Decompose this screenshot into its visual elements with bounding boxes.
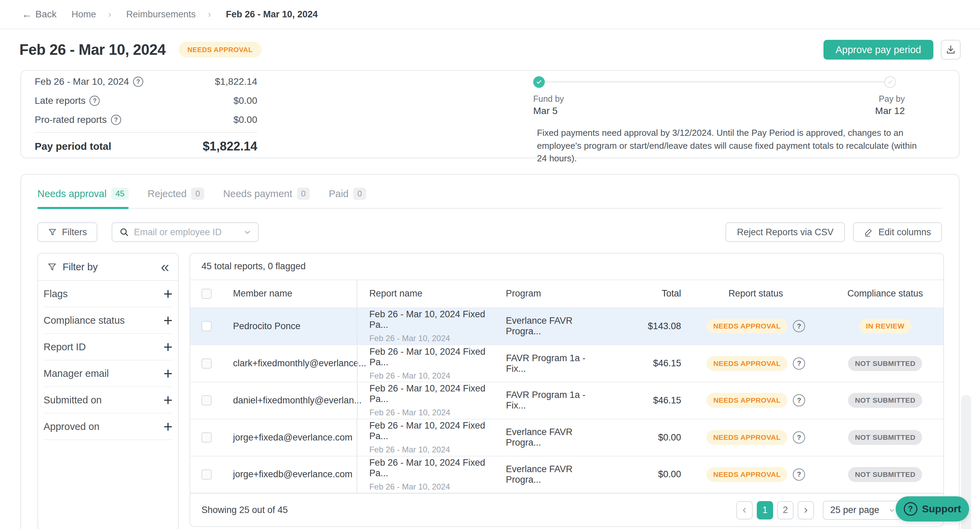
filter-item-label: Flags	[43, 288, 68, 300]
summary-row: Pro-rated reports ? $0.00	[35, 112, 257, 128]
help-icon[interactable]: ?	[133, 76, 143, 87]
row-checkbox[interactable]	[202, 432, 212, 443]
collapse-panel-icon[interactable]: «	[161, 260, 169, 274]
help-icon[interactable]: ?	[89, 96, 100, 106]
search-input[interactable]	[134, 227, 238, 237]
filter-item-approved-on[interactable]: Approved on +	[43, 414, 172, 440]
filter-item-flags[interactable]: Flags +	[43, 281, 172, 308]
divider	[35, 132, 257, 133]
pay-period-total-row: Pay period total $1,822.14	[35, 137, 257, 155]
next-page-button[interactable]	[798, 501, 814, 519]
report-dates: Feb 26 - Mar 10, 2024	[369, 408, 491, 417]
report-total: $46.15	[603, 358, 684, 369]
summary-row-value: $0.00	[234, 95, 257, 106]
tab-paid[interactable]: Paid 0	[329, 188, 366, 208]
filter-item-report-id[interactable]: Report ID +	[43, 334, 172, 360]
filter-item-compliance-status[interactable]: Compliance status +	[43, 308, 172, 334]
back-label: Back	[35, 9, 56, 20]
report-dates: Feb 26 - Mar 10, 2024	[369, 334, 491, 343]
column-header-program: Program	[491, 288, 603, 299]
plus-icon[interactable]: +	[163, 366, 172, 381]
tab-rejected[interactable]: Rejected 0	[148, 188, 204, 208]
reject-reports-csv-button[interactable]: Reject Reports via CSV	[725, 222, 845, 242]
table-row[interactable]: Pedrocito Ponce Feb 26 - Mar 10, 2024 Fi…	[190, 308, 943, 346]
timeline-track	[545, 81, 891, 83]
help-icon[interactable]: ?	[793, 357, 805, 370]
table-row[interactable]: jorge+fixeda@everlance.com Feb 26 - Mar …	[190, 419, 943, 456]
chevron-down-icon	[888, 507, 896, 514]
help-icon[interactable]: ?	[793, 468, 805, 481]
table-summary: 45 total reports, 0 flagged	[190, 253, 943, 280]
row-checkbox[interactable]	[202, 321, 212, 331]
plus-icon[interactable]: +	[163, 419, 172, 434]
breadcrumb-current: Feb 26 - Mar 10, 2024	[226, 9, 318, 20]
row-checkbox[interactable]	[202, 469, 212, 480]
search-box	[111, 222, 259, 242]
select-all-checkbox[interactable]	[202, 289, 212, 299]
support-button[interactable]: ? Support	[896, 496, 969, 521]
filter-item-label: Report ID	[43, 341, 86, 353]
filters-button[interactable]: Filters	[37, 222, 97, 242]
chevron-right-icon: ›	[208, 9, 211, 20]
filter-item-manager-email[interactable]: Manager email +	[43, 360, 172, 387]
plus-icon[interactable]: +	[163, 392, 172, 408]
tab-needs-payment[interactable]: Needs payment 0	[223, 188, 310, 208]
report-dates: Feb 26 - Mar 10, 2024	[369, 445, 491, 454]
table-row[interactable]: jorge+fixedb@everlance.com Feb 26 - Mar …	[190, 456, 943, 494]
compliance-status-badge: NOT SUBMITTED	[848, 430, 922, 445]
filter-item-submitted-on[interactable]: Submitted on +	[43, 387, 172, 414]
tab-count-badge: 0	[297, 188, 310, 200]
column-header-compliance-status: Compliance status	[827, 288, 943, 299]
breadcrumb-reimbursements[interactable]: Reimbursements	[126, 9, 196, 20]
search-icon	[119, 227, 129, 237]
pagination: 1 2	[737, 501, 814, 519]
download-button[interactable]	[941, 40, 961, 60]
plus-icon[interactable]: +	[163, 286, 172, 301]
report-status-badge: NEEDS APPROVAL	[706, 319, 788, 334]
back-arrow-icon: ←	[22, 8, 32, 20]
page-1-button[interactable]: 1	[757, 501, 773, 519]
chevron-down-icon[interactable]	[243, 228, 252, 237]
breadcrumb-home[interactable]: Home	[72, 9, 96, 20]
support-label: Support	[922, 503, 961, 515]
pay-period-summary-card: Feb 26 - Mar 10, 2024 ? $1,822.14 Late r…	[21, 70, 959, 158]
tab-needs-approval[interactable]: Needs approval 45	[37, 188, 129, 208]
check-circle-icon	[533, 76, 545, 88]
plus-icon[interactable]: +	[163, 312, 172, 328]
pencil-icon	[864, 228, 873, 237]
help-icon[interactable]: ?	[111, 115, 121, 125]
approval-note: Fixed payments need approval by 3/12/202…	[537, 127, 918, 165]
filter-panel-header: Filter by «	[38, 253, 178, 281]
help-icon[interactable]: ?	[793, 431, 805, 443]
summary-row-value: $0.00	[234, 115, 257, 125]
table-row[interactable]: daniel+fixedmonthly@everlan... Feb 26 - …	[190, 382, 943, 419]
row-checkbox[interactable]	[202, 395, 212, 405]
question-circle-icon: ?	[904, 502, 917, 516]
report-name: Feb 26 - Mar 10, 2024 Fixed Pa...	[369, 421, 491, 441]
back-button[interactable]: ← Back	[22, 8, 56, 20]
table-row[interactable]: clark+fixedmonthly@everlance... Feb 26 -…	[190, 345, 943, 382]
help-icon[interactable]: ?	[793, 394, 805, 406]
compliance-status-badge: NOT SUBMITTED	[848, 467, 922, 482]
report-dates: Feb 26 - Mar 10, 2024	[369, 371, 491, 381]
plus-icon[interactable]: +	[163, 339, 172, 355]
previous-page-button[interactable]	[737, 501, 753, 519]
filter-item-label: Submitted on	[43, 395, 102, 406]
edit-columns-button[interactable]: Edit columns	[853, 222, 942, 242]
column-header-report: Report name	[356, 280, 491, 308]
page-2-button[interactable]: 2	[777, 501, 794, 519]
per-page-select[interactable]: 25 per page	[823, 501, 902, 520]
program-name: Everlance FAVR Progra...	[491, 427, 603, 448]
chevron-right-icon: ›	[108, 9, 111, 20]
reports-card: Needs approval 45 Rejected 0 Needs payme…	[21, 174, 959, 529]
pay-period-timeline: Fund by Mar 5 Pay by Mar 12	[533, 75, 905, 119]
help-icon[interactable]: ?	[793, 320, 805, 332]
summary-row-label: Feb 26 - Mar 10, 2024	[35, 76, 129, 87]
status-tabs: Needs approval 45 Rejected 0 Needs payme…	[37, 175, 943, 209]
member-name: jorge+fixedb@everlance.com	[233, 469, 356, 480]
summary-row-label: Late reports	[35, 95, 86, 106]
filter-item-label: Manager email	[43, 368, 109, 379]
report-name: Feb 26 - Mar 10, 2024 Fixed Pa...	[369, 309, 491, 330]
row-checkbox[interactable]	[202, 359, 212, 369]
approve-pay-period-button[interactable]: Approve pay period	[824, 40, 934, 60]
